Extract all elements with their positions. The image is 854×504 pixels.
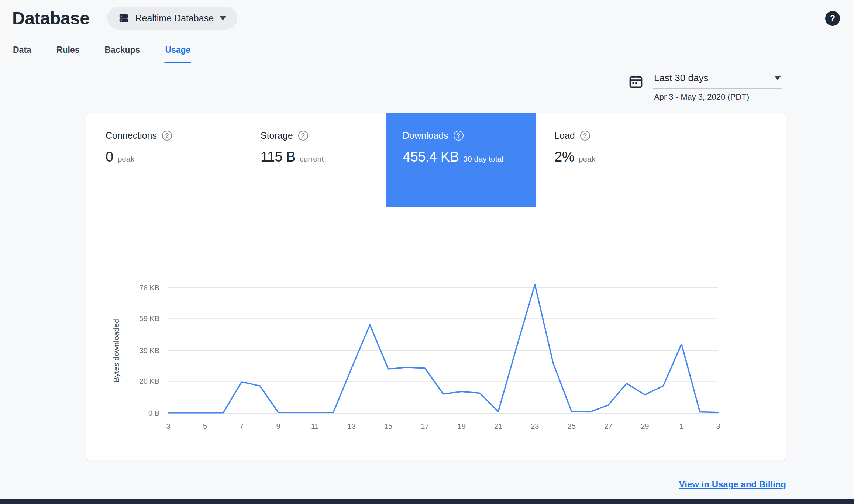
svg-text:3: 3: [716, 422, 720, 430]
metric-help-icon[interactable]: ?: [580, 131, 590, 141]
calendar-icon: [628, 74, 644, 89]
metric-unit: current: [300, 155, 324, 163]
metric-tile-downloads[interactable]: Downloads ? 455.4 KB 30 day total: [386, 113, 536, 207]
metric-unit: peak: [118, 155, 135, 163]
metric-value-row: 455.4 KB 30 day total: [403, 149, 536, 165]
metric-value: 2%: [554, 149, 574, 165]
svg-text:17: 17: [421, 422, 429, 430]
help-button[interactable]: ?: [825, 11, 840, 26]
metric-value-row: 115 B current: [261, 149, 386, 165]
metric-header: Downloads ?: [403, 130, 536, 141]
metric-help-icon[interactable]: ?: [162, 131, 172, 141]
metric-tile-storage[interactable]: Storage ? 115 B current: [241, 113, 386, 207]
metric-unit: 30 day total: [463, 155, 503, 163]
date-range-row: Last 30 days Apr 3 - May 3, 2020 (PDT): [0, 72, 854, 102]
bottom-bar: [0, 499, 854, 504]
svg-text:39 KB: 39 KB: [140, 346, 159, 355]
metric-value-row: 0 peak: [106, 149, 241, 165]
database-selector-label: Realtime Database: [135, 13, 214, 24]
svg-text:29: 29: [641, 422, 649, 430]
metric-value-row: 2% peak: [554, 149, 786, 165]
usage-card: Connections ? 0 peak Storage ? 115 B cur…: [86, 113, 786, 460]
svg-text:3: 3: [166, 422, 170, 430]
metric-header: Storage ?: [261, 130, 386, 141]
svg-text:7: 7: [240, 422, 244, 430]
header: Database Realtime Database ?: [0, 0, 854, 32]
metric-value: 0: [106, 149, 113, 165]
tab-data[interactable]: Data: [12, 38, 32, 63]
svg-text:0 B: 0 B: [148, 409, 159, 417]
svg-text:Bytes downloaded: Bytes downloaded: [112, 319, 120, 382]
metric-label: Storage: [261, 130, 293, 141]
svg-text:25: 25: [568, 422, 576, 430]
svg-text:21: 21: [494, 422, 502, 430]
metric-help-icon[interactable]: ?: [298, 131, 308, 141]
metric-value: 455.4 KB: [403, 149, 459, 165]
metric-label: Load: [554, 130, 575, 141]
svg-text:13: 13: [348, 422, 356, 430]
metric-header: Connections ?: [106, 130, 241, 141]
tab-rules[interactable]: Rules: [56, 38, 80, 63]
metric-help-icon[interactable]: ?: [454, 131, 464, 141]
metric-tiles: Connections ? 0 peak Storage ? 115 B cur…: [86, 113, 786, 207]
date-range-selector[interactable]: Last 30 days: [653, 72, 782, 89]
metric-unit: peak: [579, 155, 596, 163]
database-icon: [118, 13, 129, 24]
metric-tile-load[interactable]: Load ? 2% peak: [536, 113, 786, 207]
metric-value: 115 B: [261, 149, 295, 165]
database-selector[interactable]: Realtime Database: [107, 7, 237, 30]
date-range-label: Last 30 days: [654, 72, 708, 84]
metric-header: Load ?: [554, 130, 786, 141]
svg-text:27: 27: [604, 422, 612, 430]
tab-backups[interactable]: Backups: [104, 38, 141, 63]
metric-label: Downloads: [403, 130, 448, 141]
svg-text:59 KB: 59 KB: [140, 314, 159, 322]
view-usage-billing-link[interactable]: View in Usage and Billing: [679, 479, 786, 489]
page-title: Database: [12, 8, 89, 28]
svg-text:11: 11: [311, 422, 319, 430]
chevron-down-icon: [220, 16, 226, 20]
svg-text:5: 5: [203, 422, 207, 430]
metric-label: Connections: [106, 130, 157, 141]
metric-tile-connections[interactable]: Connections ? 0 peak: [86, 113, 241, 207]
svg-text:78 KB: 78 KB: [140, 284, 159, 292]
date-range-select: Last 30 days Apr 3 - May 3, 2020 (PDT): [653, 72, 782, 102]
billing-row: View in Usage and Billing: [0, 479, 854, 490]
tab-usage[interactable]: Usage: [164, 38, 191, 63]
usage-chart: 0 B20 KB39 KB59 KB78 KB35791113151719212…: [86, 266, 751, 435]
tab-bar: Data Rules Backups Usage: [0, 38, 854, 63]
page: Database Realtime Database ? Data Rules …: [0, 0, 854, 490]
svg-text:9: 9: [276, 422, 280, 430]
svg-text:15: 15: [384, 422, 392, 430]
svg-text:1: 1: [679, 422, 683, 430]
date-range-subtitle: Apr 3 - May 3, 2020 (PDT): [653, 92, 782, 102]
svg-text:19: 19: [458, 422, 466, 430]
svg-text:23: 23: [531, 422, 539, 430]
chevron-down-icon: [774, 76, 781, 80]
question-icon: ?: [830, 14, 835, 24]
svg-text:20 KB: 20 KB: [140, 377, 159, 385]
